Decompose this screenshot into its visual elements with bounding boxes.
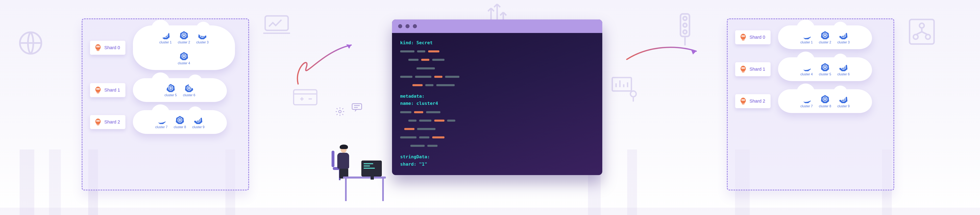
shard-card: Shard 0 (735, 30, 771, 45)
svg-point-60 (744, 67, 745, 68)
svg-point-67 (740, 98, 746, 103)
window-titlebar (392, 19, 602, 33)
shard-card: Shard 2 (735, 94, 771, 108)
presentation-icon (608, 74, 639, 104)
shard-row-1: Shard 1 cluster 5 cluster 6 (90, 78, 241, 102)
shard-row-0: Shard 0 cluster 1 cluster 2 cluster 3 cl… (90, 26, 241, 70)
cluster-name: cluster 8 (174, 125, 186, 129)
svg-point-78 (339, 111, 341, 113)
svg-marker-17 (162, 31, 170, 39)
svg-point-70 (742, 99, 743, 100)
svg-marker-72 (803, 95, 811, 103)
cluster-name: cluster 2 (819, 40, 831, 44)
shard-label: Shard 0 (104, 45, 120, 50)
cluster-item: cluster 7 (155, 116, 167, 129)
cluster-item: cluster 6 (837, 63, 850, 76)
sharding-after-panel: Shard 0 cluster 1 cluster 2 cluster 3 Sh… (727, 18, 894, 191)
shard-card: Shard 1 (90, 83, 126, 97)
code-name-key: name: (400, 101, 414, 106)
svg-point-62 (804, 65, 809, 69)
svg-point-29 (99, 88, 99, 89)
shard-label: Shard 1 (104, 87, 120, 93)
cluster-name: cluster 3 (837, 40, 850, 44)
cluster-item: cluster 4 (178, 51, 190, 65)
svg-point-25 (95, 87, 101, 92)
svg-point-16 (99, 46, 99, 47)
shard-card: Shard 2 (90, 115, 126, 129)
cluster-item: cluster 7 (800, 95, 813, 108)
arrow-right-icon (625, 41, 702, 66)
svg-marker-65 (840, 63, 848, 71)
cluster-name: cluster 2 (178, 40, 190, 44)
svg-rect-79 (352, 104, 362, 109)
shard-card: Shard 1 (735, 62, 771, 76)
svg-rect-1 (265, 16, 288, 30)
cluster-name: cluster 7 (800, 104, 813, 108)
svg-point-40 (159, 118, 164, 122)
argo-icon (740, 65, 747, 73)
svg-marker-43 (194, 116, 202, 124)
argo-icon (740, 33, 747, 42)
arrow-curly-icon (286, 31, 360, 92)
svg-point-73 (804, 97, 809, 101)
argo-icon (740, 97, 747, 105)
code-window: kind: Secret metadata: name: cluster4 st… (392, 19, 602, 175)
shard-card: Shard 0 (90, 40, 126, 55)
svg-point-6 (683, 23, 687, 27)
argo-icon (94, 118, 102, 126)
code-kind-value: Secret (414, 40, 433, 45)
code-stringdata-key: stringData: (400, 154, 430, 159)
cluster-name: cluster 4 (178, 61, 190, 65)
svg-point-51 (804, 33, 809, 37)
cluster-item: cluster 1 (800, 31, 813, 44)
svg-point-59 (742, 67, 743, 68)
svg-marker-21 (199, 31, 207, 39)
cluster-item: cluster 2 (819, 31, 831, 44)
cluster-item: cluster 2 (178, 31, 190, 44)
window-dot-icon (413, 24, 417, 28)
cluster-item: cluster 1 (159, 31, 172, 44)
window-dot-icon (398, 24, 402, 28)
svg-marker-61 (803, 63, 811, 71)
cluster-name: cluster 9 (192, 125, 204, 129)
shard-row-2: Shard 2 cluster 7 cluster 8 cluster 9 (90, 110, 241, 134)
shard-label: Shard 1 (749, 67, 765, 72)
cluster-item: cluster 5 (819, 63, 831, 76)
code-metadata-key: metadata: (400, 93, 425, 99)
svg-point-37 (97, 120, 98, 121)
window-dot-icon (406, 24, 410, 28)
developer-illustration (327, 115, 388, 182)
gear-icon (335, 106, 345, 117)
svg-point-28 (97, 88, 98, 89)
shard-row-0: Shard 0 cluster 1 cluster 2 cluster 3 (735, 26, 886, 49)
code-shard-key: shard: (400, 162, 416, 167)
cluster-name: cluster 1 (159, 40, 172, 44)
shard-label: Shard 0 (749, 35, 765, 40)
shard-label: Shard 2 (749, 98, 765, 104)
code-kind-key: kind: (400, 40, 414, 45)
cluster-name: cluster 3 (196, 40, 208, 44)
cluster-name: cluster 4 (800, 72, 813, 76)
argo-icon (94, 43, 102, 52)
cluster-cloud: cluster 5 cluster 6 (133, 78, 227, 102)
cluster-item: cluster 4 (800, 63, 813, 76)
cluster-name: cluster 5 (165, 93, 177, 97)
cluster-item: cluster 5 (165, 83, 177, 97)
cluster-item: cluster 3 (196, 31, 208, 44)
cluster-item: cluster 3 (837, 31, 850, 44)
svg-marker-54 (840, 31, 848, 39)
svg-point-5 (683, 17, 687, 20)
cluster-name: cluster 5 (819, 72, 831, 76)
svg-marker-50 (803, 31, 811, 39)
cluster-name: cluster 8 (819, 104, 831, 108)
shard-row-1: Shard 1 cluster 4 cluster 5 cluster 6 (735, 57, 886, 81)
cluster-item: cluster 9 (192, 116, 204, 129)
svg-point-10 (913, 35, 918, 39)
cluster-name: cluster 6 (837, 72, 850, 76)
svg-marker-39 (158, 116, 165, 124)
cluster-item: cluster 8 (174, 116, 186, 129)
shard-label: Shard 2 (104, 119, 120, 125)
cluster-cloud: cluster 7 cluster 8 cluster 9 (133, 110, 227, 134)
svg-point-49 (744, 35, 745, 37)
sharding-before-panel: Shard 0 cluster 1 cluster 2 cluster 3 cl… (82, 18, 249, 191)
